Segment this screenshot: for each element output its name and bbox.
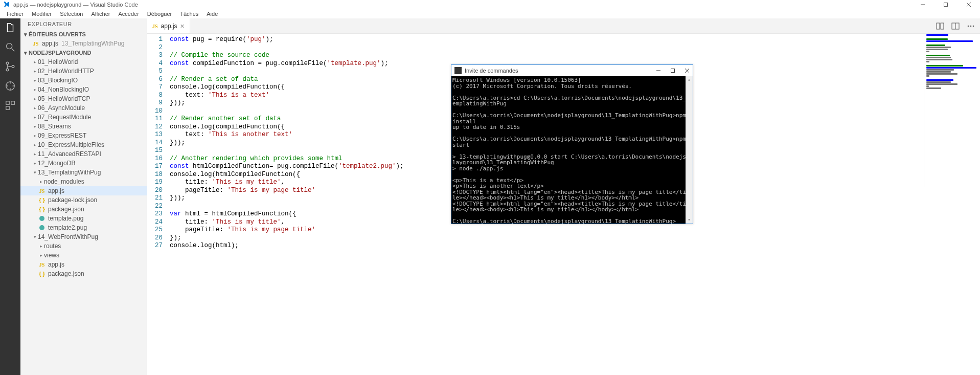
folder-item[interactable]: ▾13_TemplatingWithPug: [20, 168, 147, 177]
twisty-icon: ▾: [32, 234, 38, 239]
close-tab-icon[interactable]: ×: [180, 22, 185, 30]
terminal-body[interactable]: Microsoft Windows [version 10.0.15063](c…: [451, 76, 693, 224]
menubar: FichierModifierSélectionAfficherAccéderD…: [0, 9, 980, 18]
menu-sélection[interactable]: Sélection: [56, 10, 86, 18]
folder-item[interactable]: ▸04_NonBlockingIO: [20, 85, 147, 94]
terminal-line: [452, 171, 692, 178]
window-maximize-button[interactable]: [934, 0, 957, 9]
file-item[interactable]: { }package.json: [20, 269, 147, 278]
scroll-up-icon[interactable]: ▴: [686, 76, 693, 83]
more-actions-icon[interactable]: [967, 22, 975, 30]
folder-label: views: [44, 252, 59, 259]
twisty-icon: ▸: [32, 69, 38, 74]
file-label: package.json: [48, 270, 84, 277]
twisty-icon: ▸: [32, 59, 38, 64]
file-icon: JS: [38, 188, 46, 194]
twisty-icon: ▸: [32, 96, 38, 101]
split-editor-icon[interactable]: [951, 22, 960, 30]
svg-point-2: [6, 62, 9, 64]
terminal-maximize-button[interactable]: [670, 68, 675, 73]
file-icon: JS: [38, 262, 46, 268]
file-item[interactable]: template2.pug: [20, 223, 147, 232]
window-title: app.js — nodejsplayground — Visual Studi…: [13, 2, 138, 8]
terminal-minimize-button[interactable]: [656, 68, 661, 73]
minimap[interactable]: [924, 34, 980, 187]
source-control-icon[interactable]: [4, 60, 16, 73]
folder-item[interactable]: ▸node_modules: [20, 177, 147, 186]
terminal-scrollbar[interactable]: ▴ ▾: [686, 76, 693, 224]
file-label: template.pug: [48, 215, 83, 222]
workspace-header[interactable]: ▾NODEJSPLAYGROUND: [20, 48, 147, 57]
activity-bar: [0, 18, 20, 375]
file-item[interactable]: { }package-lock.json: [20, 195, 147, 205]
twisty-icon: ▸: [38, 253, 44, 258]
twisty-icon: ▸: [32, 151, 38, 157]
svg-rect-0: [944, 3, 947, 7]
folder-label: 09_ExpressREST: [38, 132, 86, 139]
folder-item[interactable]: ▸routes: [20, 241, 147, 251]
extensions-icon[interactable]: [4, 99, 16, 112]
vscode-logo-icon: [3, 1, 10, 8]
menu-tâches[interactable]: Tâches: [176, 10, 202, 18]
file-detail: 13_TemplatingWithPug: [61, 40, 124, 47]
terminal-line: <p>This is another text</p>: [452, 183, 692, 189]
folder-item[interactable]: ▸12_MongoDB: [20, 159, 147, 168]
folder-item[interactable]: ▸10_ExpressMultipleFiles: [20, 140, 147, 149]
command-prompt-window[interactable]: Invite de commandes Microsoft Windows [v…: [451, 64, 693, 224]
svg-point-3: [6, 69, 9, 71]
file-item[interactable]: template.pug: [20, 214, 147, 223]
window-close-button[interactable]: [957, 0, 980, 9]
folder-item[interactable]: ▸07_RequestModule: [20, 113, 147, 122]
svg-point-10: [39, 225, 44, 230]
terminal-line: > 13-templatingwithpug@0.0.0 start C:\Us…: [452, 154, 692, 166]
menu-fichier[interactable]: Fichier: [3, 10, 27, 18]
folder-label: 02_HelloWorldHTTP: [38, 68, 94, 75]
twisty-icon: ▸: [32, 161, 38, 166]
terminal-line: [452, 89, 692, 95]
editor-tab[interactable]: JSapp.js×: [147, 18, 190, 33]
folder-item[interactable]: ▸09_ExpressREST: [20, 131, 147, 140]
open-editors-header[interactable]: ▾ÉDITEURS OUVERTS: [20, 30, 147, 39]
file-item[interactable]: JSapp.js: [20, 260, 147, 269]
folder-item[interactable]: ▸11_AdvancedRESTAPI: [20, 149, 147, 159]
twisty-icon: ▸: [32, 133, 38, 138]
menu-aide[interactable]: Aide: [203, 10, 221, 18]
search-icon[interactable]: [4, 41, 16, 53]
folder-item[interactable]: ▸01_HelloWorld: [20, 57, 147, 67]
file-item[interactable]: { }package.json: [20, 205, 147, 214]
scroll-down-icon[interactable]: ▾: [686, 216, 693, 224]
terminal-close-button[interactable]: [685, 68, 690, 73]
folder-item[interactable]: ▸08_Streams: [20, 122, 147, 131]
folder-label: 10_ExpressMultipleFiles: [38, 141, 104, 148]
debug-icon[interactable]: [4, 80, 16, 92]
code-content[interactable]: const pug = require('pug'); // Compile t…: [170, 34, 404, 375]
folder-label: routes: [44, 242, 61, 250]
file-icon: { }: [38, 197, 46, 203]
svg-point-4: [12, 65, 14, 68]
svg-point-15: [970, 25, 972, 27]
terminal-line: up to date in 0.315s: [452, 124, 692, 130]
folder-item[interactable]: ▸05_HelloWorldTCP: [20, 94, 147, 103]
folder-item[interactable]: ▸views: [20, 251, 147, 260]
svg-rect-17: [671, 69, 675, 73]
file-item[interactable]: JSapp.js: [20, 186, 147, 195]
menu-accéder[interactable]: Accéder: [115, 10, 143, 18]
open-editor-item[interactable]: JSapp.js13_TemplatingWithPug: [20, 39, 147, 48]
window-minimize-button[interactable]: [911, 0, 934, 9]
folder-item[interactable]: ▸06_AsyncModule: [20, 103, 147, 113]
menu-déboguer[interactable]: Déboguer: [144, 10, 175, 18]
compare-changes-icon[interactable]: [936, 22, 944, 30]
folder-item[interactable]: ▸03_BlockingIO: [20, 76, 147, 85]
terminal-line: C:\Users\a.torris\Documents\nodejsplaygr…: [452, 136, 692, 148]
file-label: package-lock.json: [48, 196, 97, 204]
file-icon: [38, 215, 46, 222]
terminal-line: <!DOCTYPE html><html lang="en"><head><ti…: [452, 189, 692, 201]
folder-item[interactable]: ▾14_WebFrontWithPug: [20, 232, 147, 241]
folder-item[interactable]: ▸02_HelloWorldHTTP: [20, 67, 147, 76]
menu-modifier[interactable]: Modifier: [28, 10, 55, 18]
command-prompt-icon: [454, 67, 462, 74]
explorer-icon[interactable]: [4, 21, 16, 34]
file-icon: { }: [38, 271, 46, 277]
menu-afficher[interactable]: Afficher: [87, 10, 113, 18]
command-prompt-titlebar[interactable]: Invite de commandes: [451, 65, 693, 76]
